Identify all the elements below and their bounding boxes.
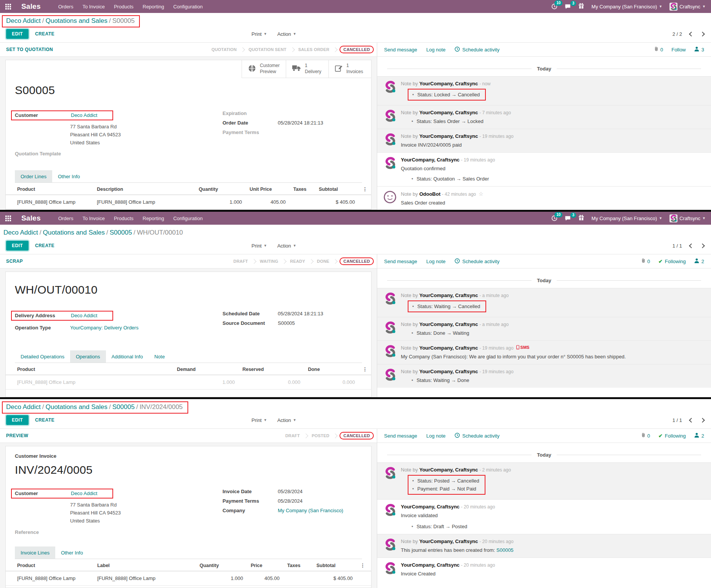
menu-to-invoice[interactable]: To Invoice [78,216,109,221]
invoices-smart-button[interactable]: 1Invoices [328,60,371,78]
optional-columns-icon[interactable]: ⋮ [359,183,372,195]
status-posted[interactable]: POSTED [307,433,333,438]
menu-configuration[interactable]: Configuration [169,4,207,10]
company-switcher[interactable]: My Company (San Francisco)▼ [591,4,662,10]
customer-link[interactable]: Deco Addict [71,112,97,118]
attachments-button[interactable]: 0 [641,258,650,265]
menu-orders[interactable]: Orders [54,216,78,221]
messages-icon[interactable]: 3 [565,216,571,221]
menu-configuration[interactable]: Configuration [169,216,207,221]
following-button[interactable]: ✔Following [658,259,686,264]
breadcrumb-link-customer[interactable]: Deco Addict [6,17,41,24]
schedule-activity-button[interactable]: Schedule activity [455,46,500,53]
breadcrumb-link-quotations[interactable]: Quotations and Sales [45,403,107,411]
tab-other-info[interactable]: Other Info [55,546,89,559]
scrap-button[interactable]: SCRAP [6,259,23,264]
follow-button[interactable]: Follow [671,47,686,53]
menu-products[interactable]: Products [109,216,138,221]
status-done[interactable]: DONE [313,259,334,264]
status-draft[interactable]: DRAFT [229,259,252,264]
action-menu[interactable]: Action▼ [277,243,296,249]
delivery-smart-button[interactable]: 1Delivery [286,60,328,78]
menu-reporting[interactable]: Reporting [138,4,168,10]
following-button[interactable]: ✔Following [658,433,686,439]
optional-columns-icon[interactable]: ⋮ [359,363,372,375]
prev-page-button[interactable] [689,32,694,37]
menu-products[interactable]: Products [109,4,138,10]
operation-type-link[interactable]: YourCompany: Delivery Orders [70,325,138,331]
prev-page-button[interactable] [689,418,694,423]
log-note-button[interactable]: Log note [426,433,446,439]
create-button[interactable]: CREATE [35,417,54,423]
breadcrumb-link-quotations[interactable]: Quotations and Sales [43,229,105,236]
breadcrumb-link-customer[interactable]: Deco Addict [6,403,41,411]
customer-preview-button[interactable]: CustomerPreview [242,60,286,78]
delivery-address-link[interactable]: Deco Addict [71,313,97,318]
next-page-button[interactable] [700,418,705,423]
attachments-button[interactable]: 0 [654,46,663,53]
tab-detailed-operations[interactable]: Detailed Operations [15,350,70,363]
status-quotation[interactable]: QUOTATION [207,47,241,52]
print-menu[interactable]: Print▼ [251,31,267,37]
create-button[interactable]: CREATE [35,243,54,248]
tab-order-lines[interactable]: Order Lines [15,170,52,182]
tab-note[interactable]: Note [149,350,170,363]
breadcrumb-link-sale[interactable]: S00005 [112,403,135,411]
status-ready[interactable]: READY [286,259,309,264]
followers-button[interactable]: 2 [694,433,704,439]
set-to-quotation-button[interactable]: SET TO QUOTATION [6,47,53,52]
tab-invoice-lines[interactable]: Invoice Lines [15,546,55,559]
followers-button[interactable]: 2 [694,258,704,264]
order-line-row[interactable]: [FURN_8888] Office Lamp [FURN_8888] Offi… [6,195,371,209]
tab-operations[interactable]: Operations [70,350,106,363]
menu-to-invoice[interactable]: To Invoice [78,4,109,10]
breadcrumb-link-sale[interactable]: S00005 [110,229,132,236]
action-menu[interactable]: Action▼ [277,31,296,37]
breadcrumb-link-quotations[interactable]: Quotations and Sales [45,17,107,24]
followers-button[interactable]: 3 [694,46,704,53]
log-note-button[interactable]: Log note [426,47,446,53]
source-order-link[interactable]: S00005 [496,547,514,553]
gift-icon[interactable] [578,214,584,222]
user-menu[interactable]: Craftsync▼ [669,214,706,222]
log-note-button[interactable]: Log note [426,259,446,264]
schedule-activity-button[interactable]: Schedule activity [455,433,500,439]
user-menu[interactable]: Craftsync▼ [669,3,706,11]
activity-icon[interactable]: 10 [551,215,557,221]
prev-page-button[interactable] [689,243,694,248]
star-icon[interactable]: ☆ [479,191,484,197]
apps-menu-icon[interactable] [5,4,15,10]
edit-button[interactable]: EDIT [6,415,29,425]
edit-button[interactable]: EDIT [6,241,29,251]
tab-additional-info[interactable]: Additional Info [106,350,149,363]
menu-reporting[interactable]: Reporting [138,216,168,221]
preview-button[interactable]: PREVIEW [6,433,28,438]
edit-button[interactable]: EDIT [6,29,29,39]
next-page-button[interactable] [700,243,705,248]
status-draft[interactable]: DRAFT [281,433,304,438]
operation-line-row[interactable]: [FURN_8888] Office Lamp 1.000 0.000 0.00… [6,375,371,390]
optional-columns-icon[interactable]: ⋮ [357,559,371,571]
customer-link[interactable]: Deco Addict [71,491,97,496]
invoice-line-row[interactable]: [FURN_8888] Office Lamp [FURN_8888] Offi… [6,571,371,586]
messages-icon[interactable]: 3 [565,4,571,10]
company-switcher[interactable]: My Company (San Francisco)▼ [591,216,662,221]
gift-icon[interactable] [578,3,584,10]
action-menu[interactable]: Action▼ [277,417,296,423]
breadcrumb-link-customer[interactable]: Deco Addict [3,229,38,236]
status-sales-order[interactable]: SALES ORDER [294,47,334,52]
send-message-button[interactable]: Send message [384,433,417,439]
menu-orders[interactable]: Orders [54,4,78,10]
create-button[interactable]: CREATE [35,31,54,37]
print-menu[interactable]: Print▼ [251,243,267,249]
status-quotation-sent[interactable]: QUOTATION SENT [244,47,291,52]
apps-menu-icon[interactable] [5,216,15,221]
tab-other-info[interactable]: Other Info [52,170,86,182]
send-message-button[interactable]: Send message [384,47,417,53]
attachments-button[interactable]: 0 [641,432,650,439]
company-link[interactable]: My Company (San Francisco) [278,508,343,513]
schedule-activity-button[interactable]: Schedule activity [455,258,500,265]
status-waiting[interactable]: WAITING [256,259,282,264]
activity-icon[interactable]: 10 [551,3,557,10]
send-message-button[interactable]: Send message [384,259,417,264]
